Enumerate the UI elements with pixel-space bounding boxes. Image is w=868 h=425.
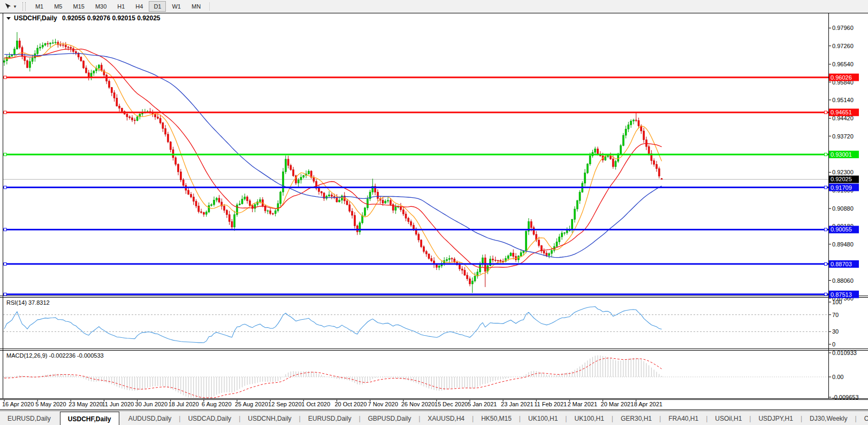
candle-body (346, 201, 348, 205)
candle-body (400, 207, 401, 210)
level-marker[interactable] (4, 111, 6, 114)
candle-body (612, 159, 614, 166)
level-marker[interactable] (825, 153, 827, 156)
chart-tab-xauusd-h4[interactable]: XAUUSD,H4 (420, 411, 472, 425)
candle-body (479, 264, 481, 272)
candle-body (556, 242, 558, 246)
chart-tab-uk100-h1[interactable]: UK100,H1 (567, 411, 611, 425)
candle-body (551, 250, 552, 253)
level-marker[interactable] (4, 293, 6, 296)
level-marker[interactable] (4, 262, 6, 265)
chart-tab-usdchf-daily[interactable]: USDCHF,Daily (60, 412, 119, 425)
level-marker[interactable] (825, 262, 827, 265)
timeframe-button-w1[interactable]: W1 (167, 1, 186, 12)
timeframe-button-h1[interactable]: H1 (112, 1, 130, 12)
chart-tab-eurusd-daily[interactable]: EURUSD,Daily (0, 411, 58, 425)
candle-body (428, 254, 430, 259)
candle-body (216, 198, 217, 200)
candle-body (451, 258, 453, 259)
timeframe-button-h4[interactable]: H4 (131, 1, 148, 12)
macd-label: MACD(12,26,9) -0.002236 -0.000533 (6, 352, 104, 359)
timeframe-button-d1[interactable]: D1 (149, 1, 166, 12)
candle-body (55, 42, 56, 43)
date-tick-label: 15 Dec 2020 (435, 401, 468, 407)
candle-body (180, 172, 181, 180)
horizontal-levels[interactable] (3, 76, 828, 296)
candle-body (564, 233, 565, 233)
candle-body (119, 106, 120, 108)
candle-body (52, 43, 54, 43)
candle-body (231, 221, 233, 227)
candle-body (178, 164, 179, 172)
candle-body (584, 173, 586, 183)
candle-body (390, 200, 391, 205)
chart-tab-china300-h1[interactable]: CHINA300,H1 (857, 411, 868, 425)
candle-body (494, 260, 496, 261)
level-marker[interactable] (825, 111, 827, 114)
candle-body (60, 45, 62, 45)
level-marker[interactable] (4, 186, 6, 189)
timeframe-button-m5[interactable]: M5 (49, 1, 67, 12)
chart-ohlc-values: 0.92055 0.92076 0.92015 0.92025 (62, 14, 161, 22)
cursor-tool-icon[interactable] (2, 2, 13, 11)
candle-body (39, 47, 41, 48)
chart-tab-eurusd-daily[interactable]: EURUSD,Daily (301, 411, 359, 425)
chart-canvas[interactable]: 0.979600.972600.965400.958400.951400.944… (0, 13, 868, 411)
price-tick-label: 0.95140 (832, 97, 854, 103)
candle-body (605, 157, 606, 160)
level-marker[interactable] (4, 76, 6, 79)
candle-body (661, 179, 663, 179)
candle-body (236, 205, 238, 214)
chart-tab-usdcnh-daily[interactable]: USDCNH,Daily (240, 411, 299, 425)
candle-body (14, 49, 16, 55)
candle-body (413, 225, 414, 229)
candle-body (620, 145, 621, 154)
chart-tab-hk50-m15[interactable]: HK50,M15 (474, 411, 519, 425)
date-tick-label: 18 Jul 2020 (169, 401, 199, 407)
rsi-tick-label: 0 (832, 341, 835, 347)
timeframe-button-m15[interactable]: M15 (68, 1, 89, 12)
candle-body (387, 200, 389, 201)
candle-body (405, 214, 407, 218)
toolbar-grip[interactable] (22, 2, 26, 11)
chevron-down-icon[interactable]: ▼ (13, 4, 17, 9)
level-marker[interactable] (825, 186, 827, 189)
chart-tab-gbpusd-daily[interactable]: GBPUSD,Daily (361, 411, 419, 425)
candle-body (638, 121, 639, 126)
chart-tab-usoil-h1[interactable]: USOil,H1 (707, 411, 749, 425)
candle-body (520, 253, 522, 256)
chart-tab-usdjpy-h1[interactable]: USDJPY,H1 (751, 411, 800, 425)
candle-body (4, 61, 5, 63)
candle-body (80, 57, 82, 61)
timeframe-button-m30[interactable]: M30 (90, 1, 111, 12)
candle-body (459, 265, 460, 269)
chart-tab-audusd-daily[interactable]: AUDUSD,Daily (121, 411, 179, 425)
level-marker[interactable] (825, 228, 827, 231)
chart-tab-uk100-h1[interactable]: UK100,H1 (521, 411, 565, 425)
candle-body (587, 164, 588, 173)
chart-tab-dj30-weekly[interactable]: DJ30,Weekly (802, 411, 855, 425)
level-marker[interactable] (4, 153, 6, 156)
level-marker[interactable] (825, 293, 827, 296)
candle-body (277, 204, 279, 211)
level-marker[interactable] (4, 228, 6, 231)
timeframe-button-mn[interactable]: MN (187, 1, 205, 12)
price-tick-label: 0.89480 (832, 241, 854, 248)
candle-body (574, 209, 575, 219)
candle-body (267, 211, 269, 211)
timeframe-button-m1[interactable]: M1 (31, 1, 48, 12)
candle-body (24, 56, 26, 60)
candle-body (321, 191, 322, 193)
chart-tab-usdcad-daily[interactable]: USDCAD,Daily (180, 411, 239, 425)
candle-body (576, 200, 578, 209)
date-tick-label: 11 Feb 2021 (534, 401, 567, 407)
chart-tab-ger30-h1[interactable]: GER30,H1 (613, 411, 659, 425)
chart-tab-fra40-h1[interactable]: FRA40,H1 (661, 411, 706, 425)
level-price-label: 0.91709 (831, 184, 852, 191)
candle-body (579, 192, 581, 200)
collapse-triangle-icon[interactable] (6, 17, 11, 20)
candle-body (643, 131, 645, 140)
date-tick-label: 23 Jan 2021 (501, 401, 534, 407)
candle-body (270, 211, 271, 214)
timeframe-button-group: M1M5M15M30H1H4D1W1MN (30, 1, 206, 12)
